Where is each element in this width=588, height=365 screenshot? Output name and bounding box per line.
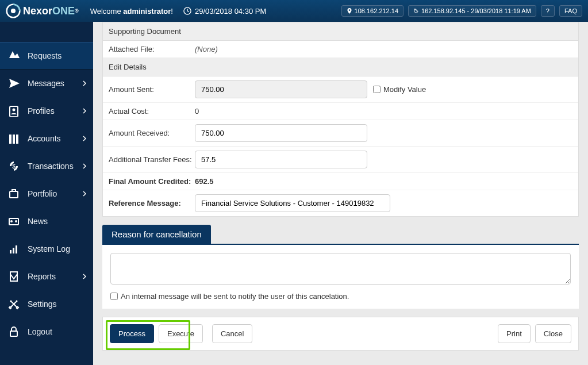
sidebar-item-label: System Log bbox=[28, 244, 86, 253]
header-info: 108.162.212.14 162.158.92.145 - 29/03/20… bbox=[341, 5, 582, 17]
sidebar-item-label: Requests bbox=[28, 51, 86, 60]
notify-checkbox-wrap[interactable]: An internal message will be sent to noti… bbox=[110, 292, 571, 301]
chevron-right-icon bbox=[83, 163, 86, 169]
svg-rect-10 bbox=[12, 190, 16, 191]
sidebar-item-portfolio[interactable]: Portfolio bbox=[0, 180, 93, 208]
notify-checkbox[interactable] bbox=[110, 293, 118, 300]
profiles-icon bbox=[8, 105, 20, 117]
process-button[interactable]: Process bbox=[110, 324, 154, 343]
amount-received-row: Amount Received: bbox=[103, 120, 578, 147]
chevron-right-icon bbox=[83, 136, 86, 141]
sidebar-item-label: Transactions bbox=[28, 162, 83, 171]
brand-accent: ONE bbox=[52, 5, 75, 17]
welcome-prefix: Welcome bbox=[90, 7, 124, 16]
sidebar-item-label: Profiles bbox=[28, 106, 83, 116]
chevron-right-icon bbox=[83, 274, 86, 279]
accounts-icon bbox=[8, 133, 20, 144]
chevron-right-icon bbox=[83, 108, 86, 114]
sidebar-item-logout[interactable]: Logout bbox=[0, 318, 93, 345]
sidebar-item-label: Messages bbox=[28, 79, 83, 88]
sidebar-item-label: News bbox=[28, 217, 86, 226]
ip-history-pill[interactable]: 162.158.92.145 - 29/03/2018 11:19 AM bbox=[408, 5, 536, 17]
reason-section: Reason for cancellation An internal mess… bbox=[102, 225, 579, 309]
svg-rect-16 bbox=[16, 245, 17, 253]
svg-point-12 bbox=[10, 220, 13, 222]
addl-fees-row: Additional Transfer Fees: bbox=[103, 147, 578, 173]
sidebar-item-accounts[interactable]: Accounts bbox=[0, 125, 93, 152]
faq-button[interactable]: FAQ bbox=[559, 5, 582, 17]
svg-point-1 bbox=[11, 9, 16, 13]
sidebar-item-system-log[interactable]: System Log bbox=[0, 235, 93, 263]
ref-message-row: Reference Message: bbox=[103, 190, 578, 216]
chevron-right-icon bbox=[83, 80, 86, 86]
notify-label: An internal message will be sent to noti… bbox=[121, 292, 349, 301]
reason-body: An internal message will be sent to noti… bbox=[102, 244, 579, 309]
sidebar-item-settings[interactable]: Settings bbox=[0, 290, 93, 318]
sidebar-item-label: Logout bbox=[28, 327, 86, 336]
sidebar-item-transactions[interactable]: $Transactions bbox=[0, 152, 93, 180]
svg-rect-5 bbox=[9, 135, 11, 144]
sidebar-item-requests[interactable]: Requests bbox=[0, 42, 93, 70]
attached-file-value: (None) bbox=[195, 45, 572, 53]
welcome-user: administrator bbox=[123, 7, 171, 16]
sidebar-item-label: Reports bbox=[28, 272, 83, 281]
current-ip-pill[interactable]: 108.162.212.14 bbox=[341, 5, 403, 17]
svg-point-13 bbox=[15, 220, 17, 222]
sidebar-item-label: Accounts bbox=[28, 134, 83, 143]
svg-rect-7 bbox=[16, 135, 18, 144]
final-credited-row: Final Amount Credited: 692.5 bbox=[103, 173, 578, 190]
reason-tab: Reason for cancellation bbox=[102, 225, 211, 244]
ref-message-input[interactable] bbox=[195, 194, 390, 212]
supporting-doc-header: Supporting Document bbox=[103, 22, 578, 41]
logo-swirl-icon bbox=[6, 3, 21, 18]
ref-message-label: Reference Message: bbox=[109, 199, 195, 208]
sidebar-item-label: Settings bbox=[28, 299, 86, 309]
main-content: Supporting Document Attached File: (None… bbox=[93, 22, 588, 365]
help-button[interactable]: ? bbox=[541, 5, 555, 17]
svg-rect-6 bbox=[13, 135, 15, 144]
history-icon bbox=[413, 8, 419, 14]
header-datetime: 29/03/2018 04:30 PM bbox=[183, 7, 266, 16]
cancel-button[interactable]: Cancel bbox=[212, 324, 252, 343]
edit-details-header: Edit Details bbox=[103, 58, 578, 76]
modify-value-checkbox[interactable] bbox=[373, 86, 381, 93]
modify-value-checkbox-wrap[interactable]: Modify Value bbox=[373, 85, 426, 94]
reason-textarea[interactable] bbox=[110, 253, 571, 285]
addl-fees-input[interactable] bbox=[195, 151, 367, 168]
amount-sent-input[interactable] bbox=[195, 80, 367, 98]
svg-rect-14 bbox=[10, 250, 11, 253]
sidebar-item-messages[interactable]: Messages bbox=[0, 70, 93, 97]
details-panel: Supporting Document Attached File: (None… bbox=[102, 22, 579, 217]
attached-file-label: Attached File: bbox=[109, 45, 195, 53]
amount-received-input[interactable] bbox=[195, 124, 367, 142]
portfolio-icon bbox=[8, 188, 20, 199]
welcome-suffix: ! bbox=[171, 7, 173, 16]
amount-sent-label: Amount Sent: bbox=[109, 85, 195, 94]
clock-icon bbox=[183, 7, 191, 15]
final-credited-label: Final Amount Credited: bbox=[109, 177, 195, 186]
current-ip-value: 108.162.212.14 bbox=[355, 7, 398, 14]
brand-logo: NexorONE® bbox=[6, 3, 79, 18]
chevron-right-icon bbox=[83, 191, 86, 197]
ip-history-value: 162.158.92.145 - 29/03/2018 11:19 AM bbox=[421, 7, 531, 14]
print-button[interactable]: Print bbox=[498, 324, 531, 343]
brand-reg: ® bbox=[75, 8, 79, 14]
attached-file-row: Attached File: (None) bbox=[103, 41, 578, 58]
sidebar-item-profiles[interactable]: Profiles bbox=[0, 97, 93, 125]
actual-cost-value: 0 bbox=[195, 107, 572, 116]
pin-icon bbox=[347, 8, 352, 14]
logout-icon bbox=[8, 326, 20, 337]
datetime-value: 29/03/2018 04:30 PM bbox=[195, 7, 266, 16]
actual-cost-label: Actual Cost: bbox=[109, 107, 195, 116]
sidebar-item-news[interactable]: News bbox=[0, 208, 93, 235]
close-button[interactable]: Close bbox=[535, 324, 571, 343]
modify-value-label: Modify Value bbox=[383, 85, 426, 94]
brand-main: Nexor bbox=[23, 5, 52, 17]
sidebar-item-reports[interactable]: Reports bbox=[0, 263, 93, 290]
sidebar: RequestsMessagesProfilesAccounts$Transac… bbox=[0, 22, 93, 365]
sidebar-item-label: Portfolio bbox=[28, 189, 83, 198]
addl-fees-label: Additional Transfer Fees: bbox=[109, 155, 195, 164]
execute-button[interactable]: Execute bbox=[159, 324, 203, 343]
svg-text:$: $ bbox=[12, 163, 16, 170]
amount-sent-row: Amount Sent: Modify Value bbox=[103, 76, 578, 103]
